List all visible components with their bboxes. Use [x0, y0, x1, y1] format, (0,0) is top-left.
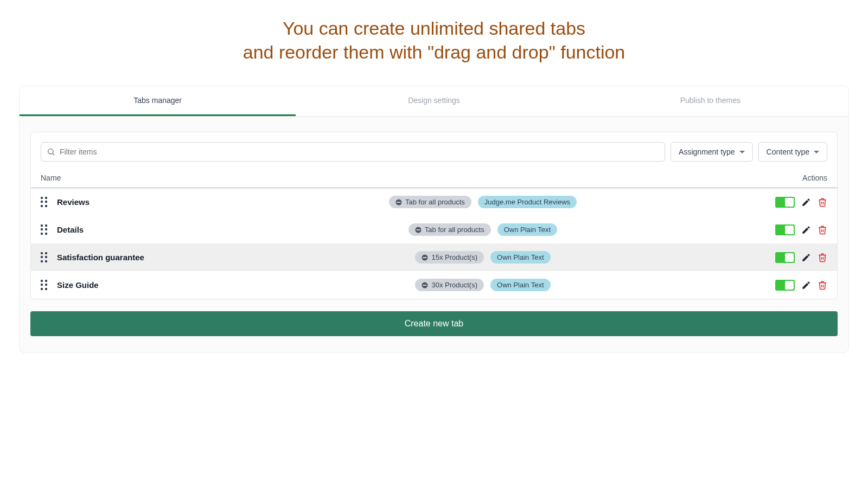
- content-label: Own Plain Text: [497, 281, 544, 289]
- row-actions: [768, 224, 827, 235]
- tab-tabs-manager[interactable]: Tabs manager: [20, 86, 296, 116]
- enable-toggle[interactable]: [775, 197, 795, 208]
- tab-publish-to-themes[interactable]: Publish to themes: [572, 86, 848, 116]
- rows-list: Reviews Tab for all products Judge.me Pr…: [31, 188, 837, 299]
- row-name: Details: [57, 225, 198, 234]
- row-actions: [768, 280, 827, 291]
- delete-button[interactable]: [818, 253, 827, 262]
- heading-line-2: and reorder them with "drag and drop" fu…: [243, 42, 626, 62]
- delete-button[interactable]: [818, 280, 827, 290]
- row-actions: [768, 197, 827, 208]
- content-pill: Judge.me Product Reviews: [478, 196, 577, 208]
- content-pill: Own Plain Text: [490, 279, 550, 291]
- content-type-dropdown[interactable]: Content type: [758, 142, 827, 162]
- delete-button[interactable]: [818, 197, 827, 207]
- content-label: Own Plain Text: [497, 253, 544, 261]
- assignment-label: 30x Product(s): [431, 281, 477, 289]
- row-name: Size Guide: [57, 280, 198, 290]
- row-tags: Tab for all products Own Plain Text: [207, 223, 759, 236]
- row-tags: 15x Product(s) Own Plain Text: [207, 251, 759, 264]
- heading-line-1: You can create unlimited shared tabs: [283, 18, 585, 38]
- edit-button[interactable]: [801, 197, 811, 207]
- content-pill: Own Plain Text: [497, 223, 557, 236]
- search-icon: [47, 147, 55, 156]
- page-heading: You can create unlimited shared tabs and…: [0, 0, 868, 86]
- enable-toggle[interactable]: [775, 280, 795, 291]
- table-row: Details Tab for all products Own Plain T…: [31, 216, 837, 243]
- pencil-icon: [801, 197, 811, 207]
- enable-toggle[interactable]: [775, 224, 795, 235]
- content-label: Judge.me Product Reviews: [484, 198, 570, 206]
- do-not-enter-icon: [422, 254, 428, 261]
- edit-button[interactable]: [801, 280, 811, 290]
- do-not-enter-icon: [415, 227, 422, 233]
- app-panel: Tabs manager Design settings Publish to …: [19, 86, 849, 353]
- trash-icon: [818, 225, 827, 235]
- create-new-tab-button[interactable]: Create new tab: [30, 311, 838, 336]
- svg-rect-7: [423, 257, 427, 258]
- col-actions: Actions: [802, 174, 827, 182]
- svg-rect-5: [416, 229, 420, 230]
- svg-rect-3: [397, 202, 400, 203]
- enable-toggle[interactable]: [775, 252, 795, 263]
- trash-icon: [818, 280, 827, 290]
- search-box[interactable]: [41, 142, 665, 162]
- do-not-enter-icon: [395, 199, 402, 206]
- do-not-enter-icon: [422, 282, 428, 288]
- row-name: Satisfaction guarantee: [57, 253, 198, 262]
- table-row: Reviews Tab for all products Judge.me Pr…: [31, 188, 837, 216]
- svg-rect-9: [423, 285, 427, 286]
- content-pill: Own Plain Text: [490, 251, 550, 264]
- assignment-label: 15x Product(s): [431, 253, 477, 261]
- delete-button[interactable]: [818, 225, 827, 235]
- col-name: Name: [41, 174, 61, 182]
- drag-handle-icon[interactable]: [41, 224, 48, 235]
- svg-line-1: [53, 153, 54, 155]
- edit-button[interactable]: [801, 225, 811, 235]
- content-card: Assignment type Content type Name Action…: [30, 132, 838, 299]
- content-label: Own Plain Text: [504, 226, 551, 234]
- drag-handle-icon[interactable]: [41, 252, 48, 263]
- assignment-pill: 15x Product(s): [415, 251, 484, 264]
- row-tags: Tab for all products Judge.me Product Re…: [207, 196, 759, 208]
- table-row: Satisfaction guarantee 15x Product(s) Ow…: [31, 243, 837, 271]
- row-name: Reviews: [57, 197, 198, 207]
- pencil-icon: [801, 253, 811, 262]
- edit-button[interactable]: [801, 253, 811, 262]
- pencil-icon: [801, 225, 811, 235]
- row-tags: 30x Product(s) Own Plain Text: [207, 279, 759, 291]
- assignment-pill: Tab for all products: [389, 196, 471, 208]
- table-header: Name Actions: [31, 162, 837, 188]
- drag-handle-icon[interactable]: [41, 280, 48, 291]
- caret-down-icon: [814, 151, 819, 153]
- assignment-type-label: Assignment type: [679, 147, 735, 156]
- assignment-pill: 30x Product(s): [415, 279, 484, 291]
- row-actions: [768, 252, 827, 263]
- assignment-type-dropdown[interactable]: Assignment type: [671, 142, 753, 162]
- drag-handle-icon[interactable]: [41, 197, 48, 208]
- trash-icon: [818, 197, 827, 207]
- tab-design-settings[interactable]: Design settings: [296, 86, 572, 116]
- controls-row: Assignment type Content type: [31, 132, 837, 162]
- pencil-icon: [801, 280, 811, 290]
- trash-icon: [818, 253, 827, 262]
- table-row: Size Guide 30x Product(s) Own Plain Text: [31, 271, 837, 299]
- svg-point-0: [48, 149, 53, 154]
- assignment-pill: Tab for all products: [409, 223, 491, 236]
- search-input[interactable]: [60, 147, 659, 156]
- assignment-label: Tab for all products: [405, 198, 465, 206]
- content-type-label: Content type: [767, 147, 809, 156]
- assignment-label: Tab for all products: [425, 226, 484, 234]
- caret-down-icon: [739, 151, 745, 153]
- tabbar: Tabs manager Design settings Publish to …: [20, 86, 848, 117]
